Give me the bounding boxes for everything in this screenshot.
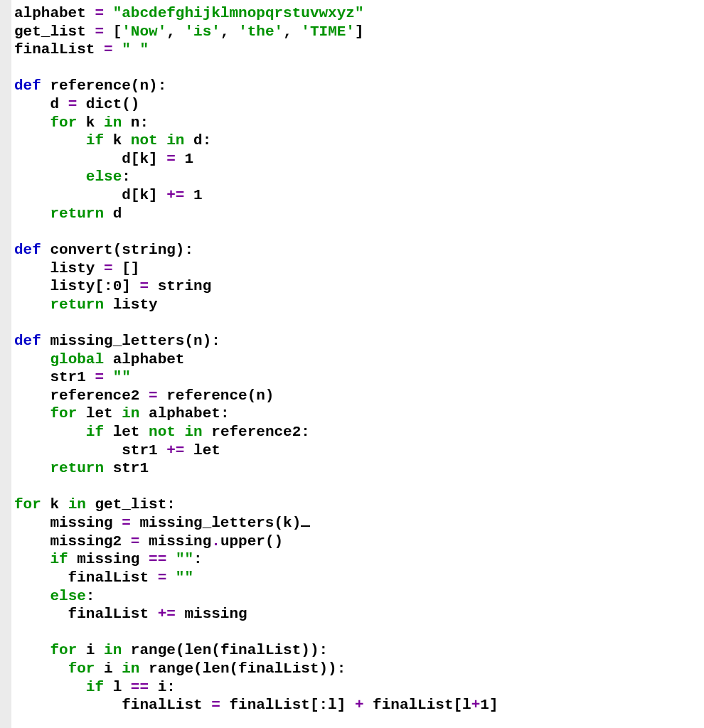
code-token: ] xyxy=(122,278,139,294)
code-token: finalList[:l] xyxy=(220,697,355,713)
code-token: : xyxy=(122,168,131,185)
code-token: missing xyxy=(139,533,211,550)
code-line[interactable]: missing2 = missing.upper() xyxy=(14,532,701,551)
code-line[interactable]: reference2 = reference(n) xyxy=(14,387,701,405)
code-line[interactable] xyxy=(14,478,701,496)
code-token: 'Now' xyxy=(122,23,166,40)
code-token: in xyxy=(104,642,122,658)
code-token: upper() xyxy=(220,533,283,550)
code-token: 1 xyxy=(193,187,203,203)
code-token: for xyxy=(14,496,41,513)
code-line[interactable]: if let not in reference2: xyxy=(14,423,701,441)
code-token: missing xyxy=(68,551,149,567)
code-line[interactable]: alphabet = "abcdefghijklmnopqrstuvwxyz" xyxy=(14,4,701,23)
code-token: if xyxy=(50,551,68,567)
code-line[interactable]: global alphabet xyxy=(14,350,701,369)
code-token: convert(string): xyxy=(41,242,193,258)
code-token: = xyxy=(104,41,113,58)
code-token: 'TIME' xyxy=(301,23,355,40)
code-token: let xyxy=(104,424,149,440)
code-token: [ xyxy=(104,23,122,40)
code-line[interactable]: str1 = "" xyxy=(14,368,701,387)
code-line[interactable]: str1 += let xyxy=(14,441,701,460)
code-token xyxy=(113,41,122,58)
code-line[interactable]: if k not in d: xyxy=(14,132,701,150)
code-line[interactable] xyxy=(14,223,701,241)
code-token: finalList xyxy=(14,606,158,622)
code-token: = xyxy=(166,151,176,167)
code-token: , xyxy=(283,23,301,40)
code-token: = xyxy=(211,697,220,713)
code-line[interactable]: for i in range(len(finalList)): xyxy=(14,660,701,678)
code-token: i: xyxy=(149,679,176,695)
code-token: str1 xyxy=(14,442,166,459)
code-line[interactable]: d = dict() xyxy=(14,95,701,114)
code-line[interactable]: return d xyxy=(14,205,701,223)
code-line[interactable]: for let in alphabet: xyxy=(14,405,701,423)
code-line[interactable]: finalList = "" xyxy=(14,569,701,587)
code-token: for xyxy=(50,114,77,131)
code-token xyxy=(14,132,86,149)
code-line[interactable] xyxy=(14,59,701,77)
code-editor[interactable]: alphabet = "abcdefghijklmnopqrstuvwxyz"g… xyxy=(11,0,704,719)
code-token: , xyxy=(166,23,184,40)
code-line[interactable] xyxy=(14,314,701,332)
code-line[interactable]: d[k] = 1 xyxy=(14,150,701,168)
code-token: def xyxy=(14,242,41,258)
code-token: str1 xyxy=(104,460,149,476)
code-token xyxy=(14,114,50,131)
code-token: alphabet xyxy=(14,5,95,21)
code-token: , xyxy=(220,23,238,40)
code-token xyxy=(166,569,176,586)
code-line[interactable]: else: xyxy=(14,587,701,606)
code-line[interactable]: def reference(n): xyxy=(14,77,701,95)
code-token xyxy=(14,588,50,604)
code-token: missing2 xyxy=(14,533,131,550)
code-token: string xyxy=(149,278,211,294)
code-token: else xyxy=(50,588,85,604)
code-line[interactable]: finalList = finalList[:l] + finalList[l+… xyxy=(14,696,701,714)
code-token: let xyxy=(77,405,122,422)
code-token xyxy=(14,460,50,476)
code-token: = xyxy=(95,5,104,21)
code-line[interactable]: finalList += missing xyxy=(14,605,701,623)
code-line[interactable]: for k in get_list: xyxy=(14,496,701,514)
code-token: += xyxy=(166,442,184,459)
code-line[interactable]: else: xyxy=(14,168,701,186)
code-token xyxy=(14,551,50,567)
code-line[interactable]: if missing == "": xyxy=(14,550,701,569)
code-line[interactable]: def convert(string): xyxy=(14,241,701,259)
code-line[interactable]: missing = missing_letters(k) xyxy=(14,514,701,532)
code-token: [] xyxy=(113,260,140,277)
code-token: in xyxy=(104,114,122,131)
code-token: : xyxy=(193,551,203,567)
code-line[interactable]: return listy xyxy=(14,296,701,314)
code-line[interactable]: for i in range(len(finalList)): xyxy=(14,641,701,660)
code-token: ] xyxy=(489,697,498,713)
line-gutter xyxy=(0,0,11,719)
code-token: finalList[l xyxy=(364,697,471,713)
code-line[interactable]: get_list = ['Now', 'is', 'the', 'TIME'] xyxy=(14,23,701,41)
code-line[interactable]: listy[:0] = string xyxy=(14,277,701,296)
code-line[interactable]: def missing_letters(n): xyxy=(14,332,701,350)
code-token: if xyxy=(86,132,104,149)
code-token: missing xyxy=(176,606,247,622)
code-token: range(len(finalList)): xyxy=(122,642,328,658)
code-line[interactable] xyxy=(14,623,701,642)
code-token: 1 xyxy=(184,151,193,167)
code-token: 1 xyxy=(480,697,489,713)
code-token: if xyxy=(86,679,104,695)
code-line[interactable]: return str1 xyxy=(14,459,701,478)
code-token xyxy=(14,660,68,677)
code-token: d[k] xyxy=(14,187,166,203)
code-token xyxy=(14,351,50,368)
code-line[interactable]: listy = [] xyxy=(14,259,701,278)
code-token: missing xyxy=(14,515,122,531)
code-token: i xyxy=(77,642,104,658)
code-line[interactable]: finalList = " " xyxy=(14,41,701,59)
code-token: finalList xyxy=(14,697,211,713)
code-line[interactable]: if l == i: xyxy=(14,678,701,697)
code-line[interactable]: d[k] += 1 xyxy=(14,186,701,205)
code-line[interactable]: for k in n: xyxy=(14,114,701,132)
code-token xyxy=(104,5,113,21)
